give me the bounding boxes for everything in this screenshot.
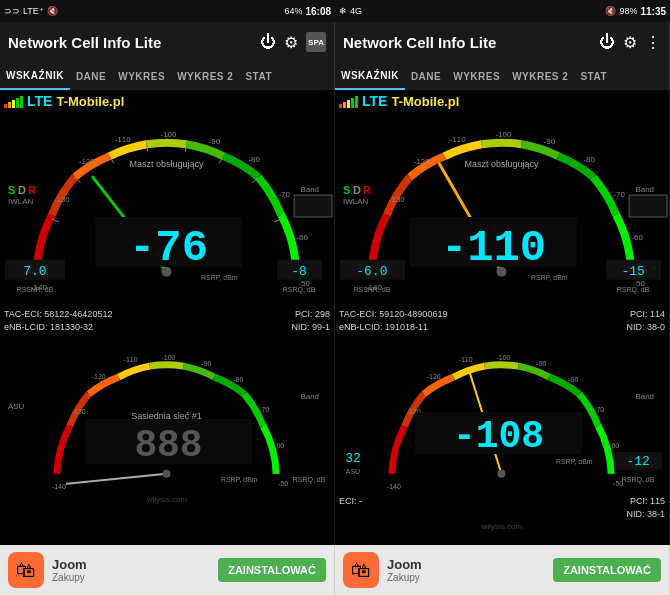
bar1 <box>4 104 7 108</box>
svg-text:-80: -80 <box>248 155 260 164</box>
svg-text:RSRQ, dB: RSRQ, dB <box>293 476 326 484</box>
gauge-block-right: -140 -130 -120 -110 -100 -90 -80 -70 -60… <box>335 112 669 307</box>
svg-text:RSSNR, dB: RSSNR, dB <box>16 286 53 293</box>
ad-button-right[interactable]: ZAINSTALOWAĆ <box>553 558 661 582</box>
status-left-icons: ⊃⊃ LTE⁺ 🔇 <box>4 6 58 16</box>
tac-info-right: TAC-ECI: 59120-48900619 eNB-LCID: 191018… <box>335 307 451 334</box>
svg-text:-6.0: -6.0 <box>356 264 387 279</box>
gauge-svg-left: -140 -130 -120 -110 -100 -90 -80 -70 -60… <box>0 112 334 307</box>
svg-text:-8: -8 <box>291 264 307 279</box>
tac-pci-row-right: TAC-ECI: 59120-48900619 eNB-LCID: 191018… <box>335 307 669 334</box>
svg-text:-90: -90 <box>544 137 556 146</box>
joom-icon-right: 🛍 <box>351 559 371 582</box>
status-bar-left: ⊃⊃ LTE⁺ 🔇 64% 16:08 <box>0 0 335 22</box>
app-title-left: Network Cell Info Lite <box>8 34 252 51</box>
svg-text:-120: -120 <box>79 157 96 166</box>
net-header-left: LTE T-Mobile.pl <box>0 90 334 112</box>
svg-text:-12: -12 <box>626 454 649 469</box>
lte-indicator-left: LTE⁺ <box>23 6 44 16</box>
svg-text:-90: -90 <box>536 360 546 367</box>
tab-wykres2-right[interactable]: WYKRES 2 <box>506 62 574 90</box>
svg-text:-90: -90 <box>209 137 221 146</box>
bar3 <box>12 100 15 108</box>
tab-wykres-right[interactable]: WYKRES <box>447 62 506 90</box>
ad-sub-left: Zakupy <box>52 572 210 583</box>
tab-wskaznik-right[interactable]: WSKAŹNIK <box>335 62 405 90</box>
svg-text:Band: Band <box>300 392 319 401</box>
ad-title-right: Joom <box>387 557 545 572</box>
logo-left: SPA <box>306 32 326 52</box>
eci-pci-row-right: ECI: - PCI: 115 NID: 38-1 <box>335 494 669 521</box>
tab-stat-right[interactable]: STAT <box>574 62 613 90</box>
svg-text:-80: -80 <box>233 376 243 383</box>
ad-icon-right: 🛍 <box>343 552 379 588</box>
rbar5 <box>355 96 358 108</box>
tac-eci-left: TAC-ECI: 58122-46420512 <box>4 309 112 319</box>
tab-dane-right[interactable]: DANE <box>405 62 447 90</box>
time-right: 11:35 <box>640 6 666 17</box>
settings-button-left[interactable]: ⚙ <box>284 33 298 52</box>
mute-icon-right: 🔇 <box>605 6 616 16</box>
svg-text:Maszt obsługujący: Maszt obsługujący <box>130 159 204 169</box>
svg-text:RSRQ, dB: RSRQ, dB <box>617 286 650 294</box>
tab-wykres2-left[interactable]: WYKRES 2 <box>171 62 239 90</box>
nid-neighbor-val: NID: 38-1 <box>626 509 665 519</box>
signal-bars-left <box>4 94 23 108</box>
svg-text:-60: -60 <box>609 442 619 449</box>
pci-neighbor-right: PCI: 115 NID: 38-1 <box>622 494 669 521</box>
nid-right: NID: 38-0 <box>626 322 665 332</box>
carrier-left: T-Mobile.pl <box>56 94 124 109</box>
svg-text:-110: -110 <box>124 356 138 363</box>
svg-text:-100: -100 <box>496 130 513 139</box>
svg-text:IWLAN: IWLAN <box>343 197 368 206</box>
svg-text:-80: -80 <box>568 376 578 383</box>
svg-text:-110: -110 <box>450 135 467 144</box>
svg-text:-130: -130 <box>389 195 406 204</box>
nid-left: NID: 99-1 <box>291 322 330 332</box>
svg-text:888: 888 <box>134 424 202 467</box>
tab-stat-left[interactable]: STAT <box>239 62 278 90</box>
svg-text:S: S <box>343 184 350 196</box>
ad-button-left[interactable]: ZAINSTALOWAĆ <box>218 558 326 582</box>
pci-neighbor-val: PCI: 115 <box>630 496 665 506</box>
svg-text:R: R <box>28 184 36 196</box>
bar4 <box>16 98 19 108</box>
svg-text:-76: -76 <box>129 223 208 273</box>
power-button-left[interactable]: ⏻ <box>260 33 276 51</box>
svg-point-97 <box>498 470 506 478</box>
svg-text:Band: Band <box>300 185 319 194</box>
watermark-left: wilysis.com <box>0 494 334 505</box>
svg-text:RSRQ, dB: RSRQ, dB <box>283 286 316 294</box>
signal-icon-left: ⊃⊃ <box>4 6 20 16</box>
svg-text:D: D <box>353 184 361 196</box>
neighbor-svg-left: -140 -130 -120 -110 -100 -90 -80 -70 -60… <box>0 334 334 494</box>
rbar2 <box>343 102 346 108</box>
status-right-left: 64% 16:08 <box>284 6 331 17</box>
svg-text:S: S <box>8 184 15 196</box>
svg-text:RSRP, dBm: RSRP, dBm <box>201 274 238 281</box>
svg-text:-50: -50 <box>278 480 288 487</box>
svg-text:-60: -60 <box>631 233 643 242</box>
tab-dane-left[interactable]: DANE <box>70 62 112 90</box>
status-bar-right: ❄ 4G 🔇 98% 11:35 <box>335 0 670 22</box>
tab-wskaznik-left[interactable]: WSKAŹNIK <box>0 62 70 90</box>
tab-wykres-left[interactable]: WYKRES <box>112 62 171 90</box>
ad-left: 🛍 Joom Zakupy ZAINSTALOWAĆ <box>0 545 335 595</box>
pci-right: PCI: 114 <box>630 309 665 319</box>
tac-info-left: TAC-ECI: 58122-46420512 eNB-LCID: 181330… <box>0 307 116 334</box>
svg-text:7.0: 7.0 <box>23 264 46 279</box>
watermark-right: wilysis.com <box>335 521 669 532</box>
more-options-right[interactable]: ⋮ <box>645 33 661 52</box>
status-right-right: 🔇 98% 11:35 <box>605 6 666 17</box>
title-bar: Network Cell Info Lite ⏻ ⚙ SPA Network C… <box>0 22 670 62</box>
svg-text:-120: -120 <box>414 157 431 166</box>
ad-bar: 🛍 Joom Zakupy ZAINSTALOWAĆ 🛍 Joom Zakupy… <box>0 545 670 595</box>
svg-text:-100: -100 <box>161 130 178 139</box>
svg-text:-110: -110 <box>459 356 473 363</box>
ad-icon-left: 🛍 <box>8 552 44 588</box>
settings-button-right[interactable]: ⚙ <box>623 33 637 52</box>
rbar1 <box>339 104 342 108</box>
svg-text:RSRQ, dB: RSRQ, dB <box>622 476 655 484</box>
svg-text:-130: -130 <box>54 195 71 204</box>
power-button-right[interactable]: ⏻ <box>599 33 615 51</box>
